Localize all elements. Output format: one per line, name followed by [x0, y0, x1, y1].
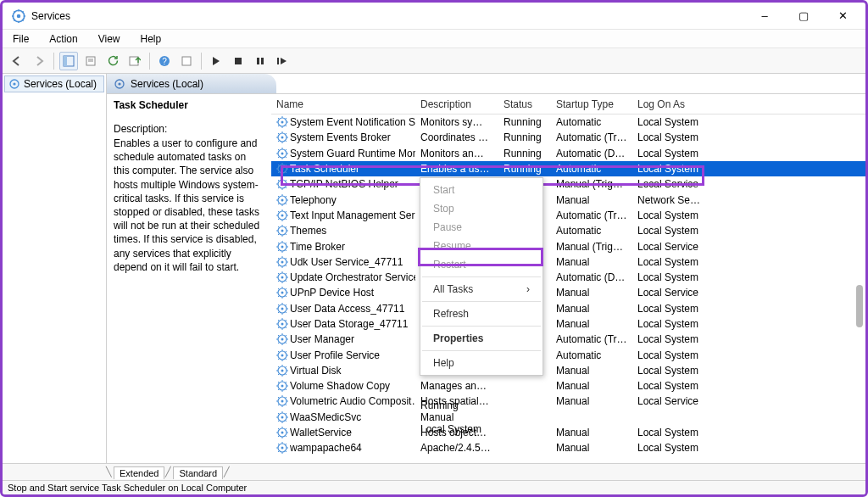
forward-button[interactable]	[30, 52, 48, 70]
gear-icon	[114, 78, 125, 90]
back-button[interactable]	[8, 52, 26, 70]
svg-point-58	[281, 416, 284, 418]
svg-point-22	[281, 137, 284, 139]
context-all-tasks[interactable]: All Tasks›	[421, 280, 542, 299]
service-row[interactable]: Update Orchestrator ServiceAutomatic (De…	[271, 270, 865, 285]
svg-point-50	[281, 354, 284, 356]
context-restart[interactable]: Restart	[421, 255, 542, 274]
help-toolbar-button[interactable]: ?	[155, 52, 174, 70]
detail-column: Task Scheduler Description: Enables a us…	[107, 94, 271, 463]
service-row[interactable]: Volumetric Audio Composit…Hosts spatial……	[271, 394, 865, 409]
svg-rect-3	[64, 56, 67, 66]
service-row[interactable]: UPnP Device HostManualLocal Service	[271, 285, 865, 300]
pane-header: Services (Local)	[107, 74, 276, 94]
window-title: Services	[31, 10, 745, 22]
service-row[interactable]: User Data Storage_47711ManualLocal Syste…	[271, 316, 865, 332]
service-row[interactable]: System Event Notification S…Monitors sy……	[271, 114, 865, 130]
menu-view[interactable]: View	[95, 31, 124, 47]
column-header-startup-type[interactable]: Startup Type	[551, 98, 632, 110]
stop-service-button[interactable]	[229, 52, 248, 70]
menu-file[interactable]: File	[9, 31, 32, 47]
context-divider-2	[422, 301, 541, 302]
service-row[interactable]: WaaSMedicSvcRunningManualLocal System	[271, 410, 865, 425]
export-list-button[interactable]	[125, 52, 144, 70]
minimize-button[interactable]: –	[745, 3, 784, 29]
service-row[interactable]: Volume Shadow CopyManages an…ManualLocal…	[271, 378, 865, 394]
service-row[interactable]: Virtual DiskProvides ma…ManualLocal Syst…	[271, 363, 865, 378]
list-body: System Event Notification S…Monitors sy……	[271, 114, 865, 456]
detail-description-text: Enables a user to configure and schedule…	[114, 137, 264, 274]
scrollbar-thumb[interactable]	[856, 285, 863, 327]
service-row[interactable]: TelephonyManualNetwork Se…	[271, 192, 865, 207]
column-header-log-on-as[interactable]: Log On As	[632, 98, 714, 110]
context-divider-4	[422, 350, 541, 351]
help-toolbar-button-2[interactable]	[177, 52, 196, 70]
svg-point-20	[281, 121, 284, 124]
service-row[interactable]: Task SchedulerEnables a us…RunningAutoma…	[271, 161, 865, 176]
service-row[interactable]: System Events BrokerCoordinates …Running…	[271, 130, 865, 145]
titlebar: Services – ▢ ✕	[3, 3, 865, 30]
context-help[interactable]: Help	[421, 354, 542, 372]
close-button[interactable]: ✕	[823, 3, 862, 29]
service-row[interactable]: System Guard Runtime Mon…Monitors an…Run…	[271, 146, 865, 161]
service-row[interactable]: ThemesAutomaticLocal System	[271, 223, 865, 238]
refresh-toolbar-button[interactable]	[103, 52, 122, 70]
context-properties[interactable]: Properties	[421, 329, 542, 348]
pause-service-button[interactable]	[251, 52, 270, 70]
chevron-right-icon: ›	[526, 283, 530, 295]
service-row[interactable]: TCP/IP NetBIOS HelperManual (Trigg…Local…	[271, 176, 865, 192]
column-header-status[interactable]: Status	[498, 98, 551, 110]
context-divider-1	[422, 276, 541, 277]
svg-point-54	[281, 385, 284, 388]
svg-point-18	[118, 82, 120, 85]
svg-rect-12	[257, 58, 259, 64]
svg-point-62	[281, 447, 284, 450]
svg-rect-11	[235, 58, 242, 64]
toolbar: ?	[3, 48, 865, 74]
service-row[interactable]: Udk User Service_47711ManualLocal System	[271, 254, 865, 270]
services-app-icon	[11, 8, 26, 24]
column-header-name[interactable]: Name	[271, 98, 415, 110]
svg-point-26	[281, 168, 284, 170]
service-row[interactable]: User ManagerAutomatic (Tri…Local System	[271, 332, 865, 347]
detail-service-name: Task Scheduler	[114, 99, 264, 111]
svg-point-28	[281, 183, 284, 186]
svg-rect-13	[261, 58, 264, 64]
service-row[interactable]: WalletServiceHosts object…ManualLocal Sy…	[271, 425, 865, 440]
maximize-button[interactable]: ▢	[784, 3, 823, 29]
console-tree-pane: Services (Local)	[3, 74, 107, 463]
menu-action[interactable]: Action	[46, 31, 81, 47]
context-refresh[interactable]: Refresh	[421, 304, 542, 323]
show-hide-console-tree-button[interactable]	[59, 52, 78, 70]
svg-point-48	[281, 338, 284, 341]
properties-toolbar-button[interactable]	[81, 52, 100, 70]
tab-standard[interactable]: Standard	[173, 466, 223, 479]
service-row[interactable]: User Profile ServiceAutomaticLocal Syste…	[271, 347, 865, 362]
tree-node-services-local[interactable]: Services (Local)	[4, 75, 104, 92]
service-row[interactable]: User Data Access_47711ManualLocal System	[271, 301, 865, 316]
detail-description-label: Description:	[114, 123, 264, 135]
svg-point-44	[281, 307, 284, 310]
svg-point-30	[281, 198, 284, 201]
start-service-button[interactable]	[207, 52, 225, 70]
context-stop[interactable]: Stop	[421, 199, 542, 218]
svg-point-38	[281, 260, 284, 263]
svg-point-60	[281, 432, 284, 434]
service-row[interactable]: wampapache64Apache/2.4.5…ManualLocal Sys…	[271, 440, 865, 455]
tab-extended[interactable]: Extended	[114, 466, 164, 479]
context-pause[interactable]: Pause	[421, 218, 542, 237]
tree-node-label: Services (Local)	[24, 78, 97, 90]
service-row[interactable]: Text Input Management Ser…Automatic (Tri…	[271, 208, 865, 223]
context-start[interactable]: Start	[421, 181, 542, 199]
svg-point-34	[281, 230, 284, 232]
context-resume[interactable]: Resume	[421, 237, 542, 255]
menubar: File Action View Help	[3, 30, 865, 48]
menu-help[interactable]: Help	[137, 31, 165, 47]
view-tabs: ╲ Extended ╱ Standard ╱	[3, 463, 865, 480]
column-header-description[interactable]: Description	[415, 98, 498, 110]
service-row[interactable]: Time BrokerManual (Trigg…Local Service	[271, 238, 865, 254]
statusbar: Stop and Start service Task Scheduler on…	[3, 480, 865, 497]
restart-service-button[interactable]	[273, 52, 292, 70]
svg-point-24	[281, 152, 284, 154]
pane-title: Services (Local)	[131, 78, 203, 90]
